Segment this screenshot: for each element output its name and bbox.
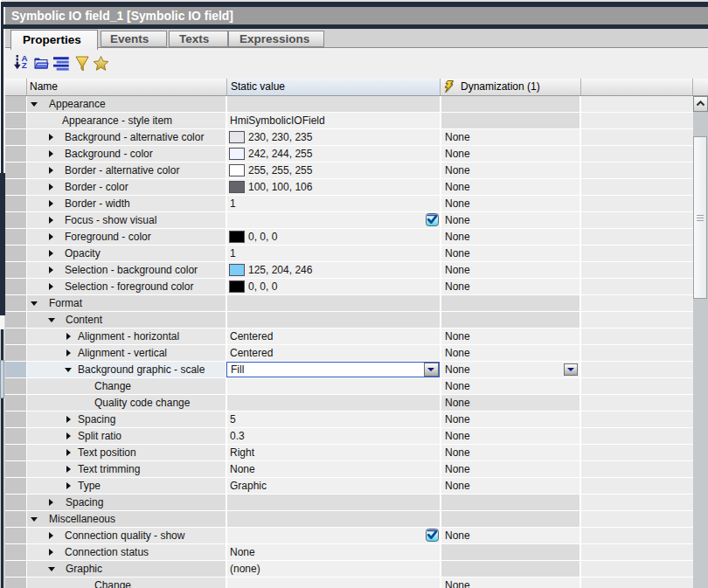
svg-text:Z: Z <box>22 60 27 70</box>
